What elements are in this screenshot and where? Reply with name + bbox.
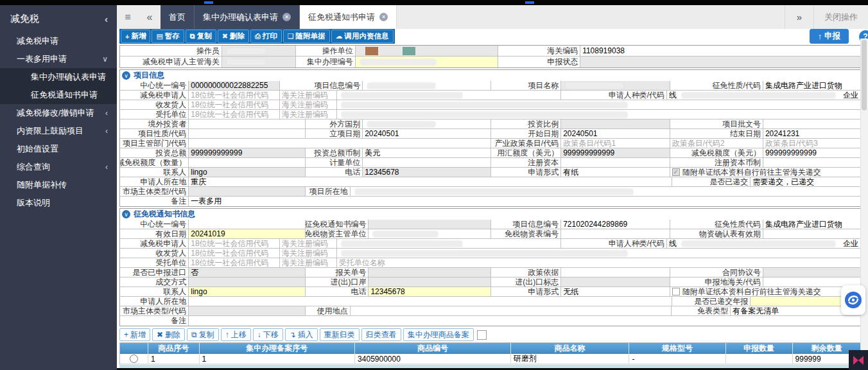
field-value[interactable]: 000000000022882255 [189, 81, 280, 91]
goods-toolbar-button-4[interactable]: ↓下移 [253, 328, 283, 341]
field-value[interactable] [351, 306, 672, 316]
field-value[interactable]: 海关注册编码 [280, 258, 337, 268]
field-value[interactable]: 18位统一社会信用代码 [189, 100, 280, 110]
field-value[interactable]: 999999999999 [561, 148, 670, 158]
field-value[interactable] [222, 46, 296, 57]
field-value[interactable]: 政策条目/代码3 [763, 139, 860, 148]
field-value[interactable] [356, 57, 499, 67]
field-value[interactable] [369, 278, 490, 287]
field-value[interactable] [189, 119, 306, 129]
declare-button[interactable]: ↑ 申报 [810, 29, 849, 44]
collapse-tabs-icon[interactable]: « [139, 5, 161, 29]
tab-2[interactable]: 征免税通知书申请✕ [300, 5, 397, 29]
goods-toolbar-button-2[interactable]: ⧉复制 [187, 328, 219, 341]
field-value[interactable] [222, 57, 296, 67]
toolbar-button-0[interactable]: +新增 [121, 30, 150, 43]
field-value[interactable] [337, 100, 860, 110]
field-value[interactable]: 18位统一社会信用代码 [189, 110, 280, 119]
goods-toolbar-button-3[interactable]: ↑上移 [221, 328, 251, 341]
field-value[interactable]: 重庆 [189, 177, 672, 187]
close-operations-button[interactable]: 关闭操作 [813, 5, 868, 29]
field-value[interactable]: 18位统一社会信用代码 [189, 258, 280, 268]
field-value[interactable]: 999999999999 [189, 148, 306, 158]
sidebar-item-7[interactable]: 综合查询‹ [0, 158, 117, 176]
field-value[interactable] [189, 278, 306, 287]
field-value[interactable] [337, 249, 860, 258]
field-value[interactable] [561, 119, 670, 129]
field-value[interactable] [369, 268, 490, 278]
field-value[interactable] [363, 158, 490, 168]
field-value[interactable] [189, 316, 860, 326]
goods-toolbar-button-8[interactable]: 集中办理商品备案 [403, 328, 474, 341]
field-value[interactable] [763, 158, 860, 168]
sidebar-item-3[interactable]: 征免税通知书申请 [0, 86, 117, 104]
checkbox-icon[interactable]: ✓ [672, 168, 680, 176]
goods-toolbar-button-1[interactable]: ✖删除 [152, 328, 185, 341]
field-value[interactable]: 海关注册编码 [280, 110, 337, 119]
field-value[interactable] [356, 46, 499, 57]
field-value[interactable]: 线企业 [667, 239, 860, 249]
field-value[interactable] [763, 229, 860, 239]
expand-tabs-icon[interactable]: » [785, 5, 813, 29]
field-value[interactable] [189, 187, 306, 197]
field-value[interactable]: 12345678 [363, 168, 490, 177]
field-value[interactable] [189, 306, 306, 316]
field-value[interactable]: 海关注册编码 [280, 249, 337, 258]
field-value[interactable]: 无纸 [561, 287, 670, 297]
scrollbar-thumb[interactable] [862, 40, 867, 110]
toolbar-button-2[interactable]: ⧉复制 [186, 30, 216, 43]
tab-close-icon[interactable]: ✕ [379, 13, 388, 21]
customs-service-logo[interactable] [841, 285, 865, 315]
goods-toolbar-button-5[interactable]: ↴插入 [285, 328, 318, 341]
field-value[interactable]: 12345678 [369, 287, 490, 297]
goods-toolbar-button-6[interactable]: 重新归类 [320, 328, 360, 341]
section-collapse-icon[interactable]: ∨ [122, 210, 130, 218]
field-value[interactable]: 否 [189, 268, 306, 278]
field-value[interactable]: 20241231 [763, 129, 860, 139]
field-value[interactable]: 海关注册编码 [280, 100, 337, 110]
field-value[interactable] [580, 57, 860, 67]
field-value[interactable] [369, 229, 490, 239]
sidebar-item-9[interactable]: 版本说明 [0, 194, 117, 212]
row-radio[interactable] [130, 355, 138, 363]
field-value[interactable]: 有纸 [561, 168, 670, 177]
toolbar-button-4[interactable]: ⎙打印 [250, 30, 282, 43]
field-value[interactable] [561, 278, 670, 287]
toolbar-button-5[interactable]: ❏随附单据 [283, 30, 330, 43]
field-value[interactable]: 政策条目/代码2 [670, 139, 763, 148]
tab-1[interactable]: 集中办理确认表申请✕ [195, 5, 300, 29]
toolbar-button-1[interactable]: ▤暂存 [152, 30, 184, 43]
goods-toolbar-button-0[interactable]: +新增 [119, 328, 150, 341]
field-value[interactable] [189, 139, 490, 148]
field-value[interactable]: 20240501 [363, 129, 490, 139]
section-collapse-icon[interactable]: ∨ [122, 71, 130, 80]
field-value[interactable]: 1108919038 [580, 46, 860, 57]
field-value[interactable]: 20240501 [561, 129, 670, 139]
field-value[interactable] [561, 158, 670, 168]
field-value[interactable]: 999999999999 [763, 148, 860, 158]
field-value[interactable] [561, 81, 670, 91]
field-value[interactable] [337, 91, 561, 100]
field-value[interactable]: 美元 [363, 148, 490, 158]
toolbar-button-6[interactable]: ☁调用内资信息 [331, 30, 394, 43]
field-value[interactable] [763, 119, 860, 129]
field-value[interactable] [561, 268, 670, 278]
field-value[interactable] [351, 187, 860, 197]
tab-close-icon[interactable]: ✕ [282, 13, 291, 21]
sidebar-item-0[interactable]: 减免税申请 [0, 32, 117, 50]
field-value[interactable]: 721020244289869 [561, 220, 670, 229]
field-value[interactable]: lingo [189, 287, 306, 297]
field-value[interactable]: 18位统一社会信用代码 [189, 91, 280, 100]
field-value[interactable]: 需要递交，已递交 [751, 177, 860, 187]
tab-0[interactable]: 首页 [161, 5, 195, 29]
field-value[interactable]: 18位统一社会信用代码 [189, 239, 280, 249]
field-value[interactable]: 政策条目/代码1 [561, 139, 670, 148]
field-value[interactable] [189, 158, 306, 168]
field-value[interactable] [189, 297, 672, 306]
vertical-scrollbar[interactable] [860, 39, 868, 370]
field-value[interactable]: 海关注册编码 [280, 91, 337, 100]
field-value[interactable]: lingo [189, 168, 306, 177]
field-value[interactable]: 海关注册编码 [280, 239, 337, 249]
field-value[interactable] [561, 229, 670, 239]
sidebar-item-1[interactable]: 一表多用申请∨ [0, 50, 117, 68]
